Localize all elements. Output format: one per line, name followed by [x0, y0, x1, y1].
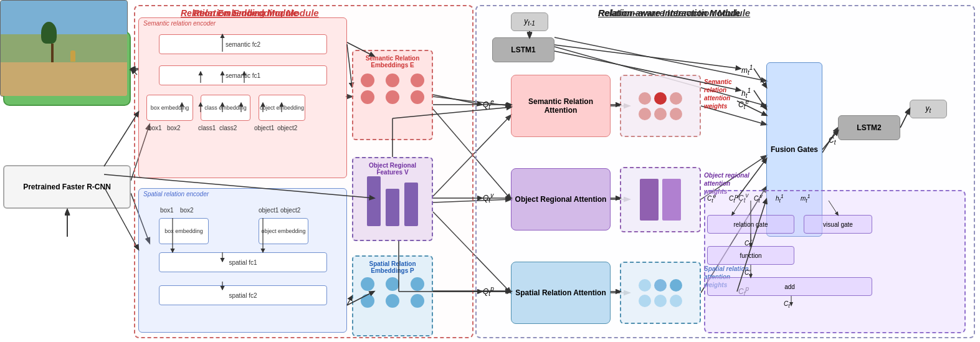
- visual-gate-box: visual gate: [804, 215, 872, 234]
- rim-section-title: Relation-aware Interaction Module: [598, 8, 740, 18]
- scircle3: [411, 277, 424, 291]
- fusion-gates-label: Fusion Gates: [771, 145, 818, 154]
- fd-ht: ht1: [776, 193, 784, 204]
- sw1: [639, 92, 651, 105]
- sw5: [654, 108, 667, 120]
- ht-label: ht1: [741, 87, 751, 99]
- spre-embeddings-box: Spatial Relation Embeddings P: [352, 255, 433, 336]
- scircle6: [411, 294, 424, 308]
- relation-gate-label: relation gate: [733, 221, 768, 228]
- sem-encoder-arrows: [138, 17, 347, 178]
- spaw1: [639, 279, 651, 292]
- bar3: [404, 183, 418, 226]
- qe-label: Qte: [483, 98, 494, 110]
- sem-attn-label: Semantic Relation Attention: [511, 97, 610, 115]
- orf-embed-title: Object Regional Features V: [357, 162, 428, 176]
- sw4: [639, 108, 651, 120]
- scircle1: [361, 277, 374, 291]
- spa-attn-box: Spatial Relation Attention: [511, 262, 611, 324]
- scircle5: [386, 294, 399, 308]
- scircle2: [386, 277, 399, 291]
- fd-mt: mt1: [801, 193, 810, 204]
- orf-embeddings-box: Object Regional Features V: [352, 157, 433, 241]
- spaw6: [670, 295, 682, 307]
- yt1-label: yt-1: [524, 17, 535, 27]
- spa-weights-area: [620, 262, 701, 324]
- ct-bottom-label: Ct: [784, 300, 790, 309]
- yt-label: yt: [926, 104, 931, 114]
- ct-label: Ct: [829, 136, 835, 146]
- spaw2: [654, 279, 667, 292]
- spaw5: [654, 295, 667, 307]
- sw3: [670, 92, 682, 105]
- mt-label: mt1: [741, 64, 753, 76]
- yt1-box: yt-1: [511, 12, 548, 31]
- sem-attn-box: Semantic Relation Attention: [511, 75, 611, 137]
- circle6: [411, 90, 424, 104]
- spaw3: [670, 279, 682, 292]
- function-label: function: [740, 252, 761, 259]
- circle2: [386, 74, 399, 87]
- ct-prime-label: C't: [745, 269, 751, 278]
- scircle4: [361, 294, 374, 308]
- sw2-highlight: [654, 92, 667, 105]
- lstm2-box: LSTM2: [838, 115, 900, 140]
- function-box: function: [707, 246, 794, 265]
- lstm2-label: LSTM2: [857, 123, 881, 132]
- obj-attn-box: Object Regional Attention: [511, 168, 611, 230]
- lstm1-box: LSTM1: [492, 37, 554, 62]
- svg-line-63: [104, 112, 138, 166]
- spa-attn-label: Spatial Relation Attention: [515, 288, 606, 297]
- circle1: [361, 74, 374, 87]
- sre-embeddings-box: Semantic Relation Embeddings E: [352, 50, 433, 140]
- qp-label: Qtp: [483, 285, 494, 297]
- add-label: add: [784, 283, 795, 290]
- rem-section-title: Relation Embedding Module: [181, 8, 298, 18]
- fd-ce: Cte: [707, 193, 716, 204]
- obj-attn-label: Object Regional Attention: [515, 195, 607, 204]
- sw6: [670, 108, 682, 120]
- qv-label: Qtv: [483, 192, 493, 204]
- image-box: [0, 0, 128, 97]
- spaw4: [639, 295, 651, 307]
- fd-cv: Ctv: [754, 193, 763, 204]
- lstm1-label: LSTM1: [511, 45, 535, 54]
- owb1: [640, 179, 659, 221]
- diagram-container: Relation Embedding Module Relation-aware…: [0, 0, 980, 342]
- rcnn-box: Pretrained Faster R-CNN: [3, 165, 131, 209]
- relation-gate-box: relation gate: [707, 215, 794, 234]
- spa-arrows: [138, 188, 350, 333]
- ce-label: Cte: [738, 98, 749, 110]
- rcnn-label: Pretrained Faster R-CNN: [23, 183, 111, 191]
- bar2: [386, 189, 399, 226]
- circle3: [411, 74, 424, 87]
- yt-box: yt: [910, 100, 947, 118]
- add-box: add: [707, 277, 872, 296]
- bar1: [367, 176, 381, 226]
- visual-gate-label: visual gate: [823, 221, 853, 228]
- circle5: [386, 90, 399, 104]
- fd-cp: Ctp: [729, 193, 738, 204]
- circle4: [361, 90, 374, 104]
- sem-weights-area: [620, 75, 701, 137]
- obj-weights-area: [620, 167, 701, 232]
- sre-embed-title: Semantic Relation Embeddings E: [357, 55, 428, 69]
- owb2: [662, 179, 681, 221]
- spre-embed-title: Spatial Relation Embeddings P: [357, 260, 428, 274]
